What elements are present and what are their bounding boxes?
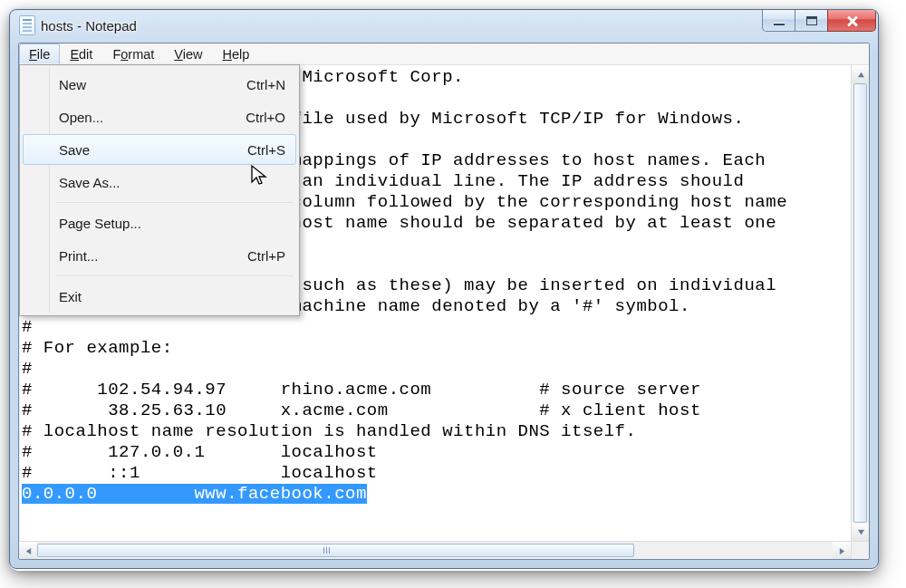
titlebar[interactable]: hosts - Notepad (10, 10, 878, 41)
window-title: hosts - Notepad (41, 18, 137, 34)
close-button[interactable] (827, 10, 876, 32)
text-line: # localhost name resolution is handled w… (22, 421, 848, 442)
menu-item-page-setup[interactable]: Page Setup... (23, 207, 296, 239)
minimize-button[interactable] (762, 10, 795, 32)
scroll-up-button[interactable] (852, 65, 870, 83)
scroll-right-button[interactable] (833, 542, 851, 560)
horizontal-scroll-track[interactable] (37, 542, 833, 559)
text-line-highlighted: 0.0.0.0 www.facebook.com (22, 484, 848, 505)
scroll-down-button[interactable] (852, 523, 870, 541)
menubar: File Edit Format View Help (19, 43, 869, 65)
menu-separator (55, 202, 294, 203)
text-line: # For example: (22, 338, 848, 359)
window: hosts - Notepad File Edit Format View He… (9, 9, 879, 569)
text-line: # 102.54.94.97 rhino.acme.com # source s… (22, 380, 848, 400)
client-area: File Edit Format View Help New Ctrl+N (18, 43, 870, 560)
file-menu-dropdown: New Ctrl+N Open... Ctrl+O Save Ctrl+S Sa… (19, 64, 300, 316)
horizontal-scroll-thumb[interactable] (37, 544, 634, 557)
text-line: # (22, 317, 848, 338)
text-line: # (22, 359, 848, 380)
menu-file[interactable]: File (19, 43, 60, 64)
vertical-scroll-track[interactable] (852, 83, 869, 523)
text-line: # 38.25.63.10 x.acme.com # x client host (22, 400, 848, 421)
menu-item-new[interactable]: New Ctrl+N (23, 68, 296, 101)
menu-item-exit[interactable]: Exit (23, 280, 296, 313)
maximize-button[interactable] (795, 10, 827, 32)
text-line: # 127.0.0.1 localhost (22, 442, 848, 463)
menu-help[interactable]: Help (213, 43, 260, 64)
menu-item-open[interactable]: Open... Ctrl+O (23, 101, 296, 133)
notepad-icon (19, 15, 35, 35)
menu-edit[interactable]: Edit (60, 43, 102, 64)
menu-separator (55, 275, 294, 276)
scroll-left-button[interactable] (19, 542, 37, 560)
menu-view[interactable]: View (164, 43, 212, 64)
menu-format[interactable]: Format (102, 43, 164, 64)
vertical-scrollbar[interactable] (851, 65, 869, 541)
text-line: # ::1 localhost (22, 463, 848, 484)
vertical-scroll-thumb[interactable] (853, 83, 867, 523)
horizontal-scrollbar[interactable] (19, 541, 851, 559)
menu-item-save-as[interactable]: Save As... (23, 166, 296, 198)
scrollbar-corner (851, 541, 869, 559)
menu-item-save[interactable]: Save Ctrl+S (23, 134, 296, 165)
menu-item-print[interactable]: Print... Ctrl+P (23, 239, 296, 272)
